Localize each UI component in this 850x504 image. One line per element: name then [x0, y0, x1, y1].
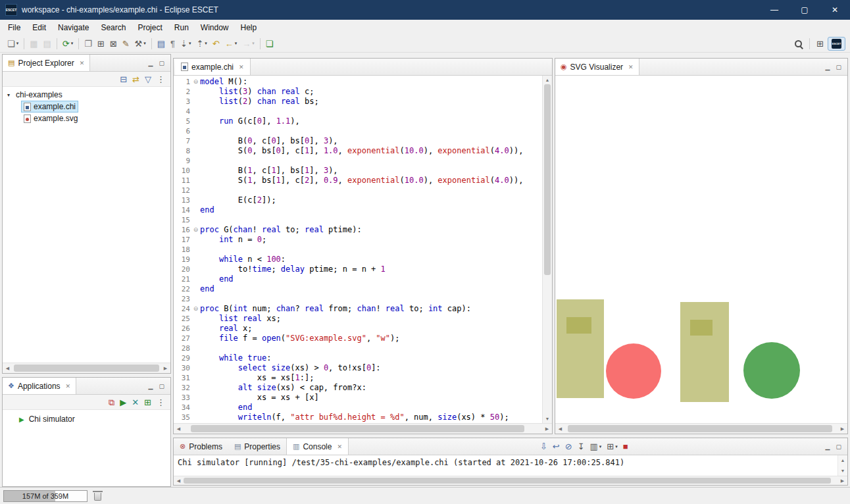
menu-window[interactable]: Window: [195, 21, 235, 34]
console-vertical-scrollbar[interactable]: ▲ ▼: [838, 455, 847, 476]
close-icon[interactable]: ✕: [80, 60, 85, 66]
dropdown-arrow-icon[interactable]: ▾: [205, 41, 207, 46]
minimize-view-button[interactable]: ▁: [149, 383, 153, 390]
scroll-left-icon[interactable]: ◀: [3, 366, 12, 371]
save-all-icon[interactable]: ▤: [41, 38, 53, 49]
scroll-thumb[interactable]: [14, 365, 159, 372]
scroll-right-icon[interactable]: ▶: [542, 426, 552, 432]
project-explorer-hscrollbar[interactable]: ◀ ▶: [3, 363, 170, 373]
scroll-up-icon[interactable]: ▲: [543, 76, 552, 84]
next-annotation-icon[interactable]: ⇣▾: [178, 38, 193, 49]
scroll-thumb[interactable]: [191, 425, 524, 432]
scroll-track[interactable]: [184, 424, 542, 434]
scroll-left-icon[interactable]: ◀: [174, 478, 184, 484]
open-perspective-icon[interactable]: ⊞: [814, 38, 826, 49]
scroll-left-icon[interactable]: ◀: [555, 426, 565, 432]
pin-editor-icon[interactable]: ❏: [264, 38, 276, 49]
dropdown-arrow-icon[interactable]: ▾: [599, 444, 602, 449]
terminate-icon[interactable]: ■: [621, 441, 630, 452]
scroll-thumb[interactable]: [568, 425, 832, 432]
scroll-right-icon[interactable]: ▶: [838, 478, 847, 484]
remove-icon[interactable]: ⊠: [108, 38, 119, 49]
expand-arrow-icon[interactable]: ▾: [7, 92, 16, 98]
forward-icon[interactable]: →▾: [240, 38, 257, 49]
escet-perspective-button[interactable]: ESCET: [828, 37, 845, 51]
fold-collapse-icon[interactable]: ⊖: [191, 225, 200, 235]
run-garbage-collector-icon[interactable]: [94, 493, 101, 501]
outline-icon[interactable]: ▤: [155, 38, 167, 49]
editor-hscrollbar[interactable]: ◀ ▶: [174, 423, 552, 434]
format-icon[interactable]: ✎: [120, 38, 132, 49]
menu-project[interactable]: Project: [132, 21, 168, 34]
tab-svg-visualizer[interactable]: ◉ SVG Visualizer ✕: [555, 59, 639, 75]
maximize-button[interactable]: ▢: [789, 0, 820, 20]
view-menu-icon[interactable]: ⋮: [155, 74, 167, 85]
last-edit-location-icon[interactable]: ↶: [211, 38, 222, 49]
tree-item-file[interactable]: example.chi: [3, 101, 170, 113]
clear-console-icon[interactable]: ⊘: [563, 441, 574, 452]
dropdown-arrow-icon[interactable]: ▾: [235, 41, 238, 46]
scroll-track[interactable]: [12, 363, 161, 373]
start-icon[interactable]: ▶: [118, 397, 128, 408]
open-console-icon[interactable]: ⊞▾: [605, 441, 619, 452]
menu-file[interactable]: File: [2, 21, 26, 34]
search-icon[interactable]: [792, 38, 805, 49]
minimize-view-button[interactable]: ▁: [826, 64, 830, 70]
maximize-view-button[interactable]: ▢: [159, 60, 164, 66]
previous-annotation-icon[interactable]: ⇡▾: [194, 38, 209, 49]
close-icon[interactable]: ✕: [66, 383, 71, 390]
tab-properties[interactable]: ▤Properties: [228, 438, 286, 455]
minimize-button[interactable]: —: [759, 0, 789, 20]
scroll-right-icon[interactable]: ▶: [838, 426, 847, 432]
fold-collapse-icon[interactable]: ⊖: [191, 304, 200, 314]
collapse-all-icon[interactable]: ⊟: [118, 74, 129, 85]
dropdown-arrow-icon[interactable]: ▾: [143, 41, 146, 46]
close-icon[interactable]: ✕: [628, 64, 634, 70]
dropdown-arrow-icon[interactable]: ▾: [71, 41, 74, 46]
show-whitespace-icon[interactable]: ¶: [168, 38, 177, 49]
console-hscrollbar[interactable]: ◀ ▶: [174, 476, 847, 485]
remove-terminated-icon[interactable]: ⧉: [107, 397, 116, 408]
expand-all-icon[interactable]: ⊞: [142, 397, 153, 408]
menu-edit[interactable]: Edit: [26, 21, 52, 34]
scroll-thumb[interactable]: [184, 478, 831, 484]
dropdown-arrow-icon[interactable]: ▾: [16, 41, 19, 46]
dropdown-arrow-icon[interactable]: ▾: [615, 444, 618, 449]
scroll-up-icon[interactable]: ▲: [838, 456, 847, 465]
scroll-left-icon[interactable]: ◀: [174, 426, 184, 432]
scroll-right-icon[interactable]: ▶: [161, 366, 170, 371]
scroll-track[interactable]: [565, 424, 838, 434]
new-wizard-icon[interactable]: ❏▾: [5, 38, 20, 49]
menu-navigate[interactable]: Navigate: [52, 21, 95, 34]
tab-example-chi[interactable]: example.chi ✕: [175, 59, 251, 75]
maximize-view-button[interactable]: ▢: [836, 443, 841, 450]
display-selected-console-icon[interactable]: ▥▾: [588, 441, 604, 452]
tab-applications[interactable]: ❖ Applications ✕: [3, 378, 76, 394]
close-button[interactable]: ✕: [820, 0, 850, 20]
tree-item-file[interactable]: example.svg: [3, 113, 170, 124]
editor-vertical-scrollbar[interactable]: ▲ ▼: [542, 76, 552, 423]
tab-problems[interactable]: ⊗Problems: [174, 438, 228, 455]
scroll-thumb[interactable]: [544, 84, 551, 275]
tab-console[interactable]: ▥Console✕: [286, 438, 349, 455]
run-tool-icon[interactable]: ⟳▾: [61, 38, 75, 49]
menu-help[interactable]: Help: [235, 21, 263, 34]
scroll-down-icon[interactable]: ▼: [838, 466, 847, 475]
build-icon[interactable]: ⚒▾: [133, 38, 148, 49]
application-item[interactable]: ▶Chi simulator: [3, 410, 170, 424]
fold-collapse-icon[interactable]: ⊖: [191, 77, 200, 87]
word-wrap-icon[interactable]: ↩: [551, 441, 562, 452]
code-area[interactable]: 1⊖model M():2 list(3) chan real c;3 list…: [174, 76, 542, 423]
scroll-lock-icon[interactable]: ⇩: [538, 441, 549, 452]
tab-project-explorer[interactable]: ▤ Project Explorer ✕: [3, 55, 90, 71]
tree-item-project[interactable]: ▾chi-examples: [3, 89, 170, 101]
maximize-view-button[interactable]: ▢: [836, 64, 841, 70]
package-icon[interactable]: ❐: [82, 38, 94, 49]
close-icon[interactable]: ✕: [337, 443, 342, 450]
pin-console-icon[interactable]: ↧: [576, 441, 587, 452]
add-icon[interactable]: ⊞: [95, 38, 107, 49]
menu-run[interactable]: Run: [168, 21, 195, 34]
menu-search[interactable]: Search: [95, 21, 132, 34]
link-with-editor-icon[interactable]: ⇄: [130, 74, 141, 85]
scroll-track[interactable]: [184, 476, 838, 485]
